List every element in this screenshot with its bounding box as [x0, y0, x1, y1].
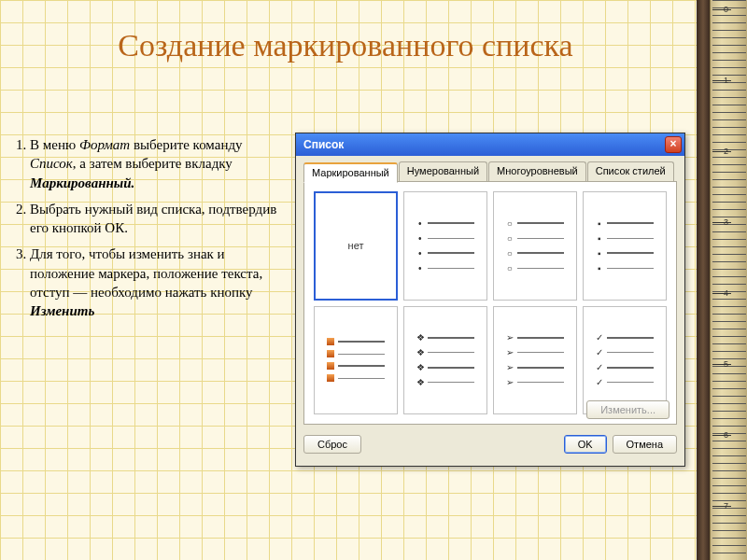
bullet-gallery: нет • • • • ○ ○ ○ ○ ▪ ▪ ▪ — [314, 191, 667, 414]
slide-title: Создание маркированного списка — [0, 28, 691, 63]
ruler-number: 1 — [724, 76, 728, 85]
bullet-option-image[interactable] — [314, 306, 398, 415]
cancel-button[interactable]: Отмена — [613, 435, 677, 454]
tab-multilevel[interactable]: Многоуровневый — [488, 161, 586, 182]
bullet-option-none[interactable]: нет — [314, 191, 398, 301]
ruler-number: 7 — [724, 501, 728, 511]
list-item: В меню Формат выберите команду Список, а… — [30, 135, 280, 192]
tab-list-styles[interactable]: Список стилей — [587, 161, 674, 182]
bullet-option-check[interactable]: ✓ ✓ ✓ ✓ — [583, 306, 667, 415]
change-button[interactable]: Изменить... — [586, 400, 669, 419]
bullet-option-square[interactable]: ▪ ▪ ▪ ▪ — [583, 191, 667, 301]
tab-panel-bulleted: нет • • • • ○ ○ ○ ○ ▪ ▪ ▪ — [303, 181, 677, 425]
image-bullet-icon — [327, 338, 334, 345]
list-dialog: Список × Маркированный Нумерованный Мног… — [295, 133, 685, 467]
ruler-number: 0 — [724, 5, 728, 14]
instruction-list: В меню Формат выберите команду Список, а… — [9, 135, 280, 328]
dialog-title: Список — [303, 138, 344, 151]
bullet-option-disc[interactable]: • • • • — [403, 191, 487, 301]
ruler-number: 4 — [724, 288, 728, 298]
ruler-number: 5 — [724, 359, 728, 369]
bullet-option-circle[interactable]: ○ ○ ○ ○ — [493, 191, 577, 301]
bullet-option-diamond[interactable]: ❖ ❖ ❖ ❖ — [403, 306, 487, 415]
dialog-tabs: Маркированный Нумерованный Многоуровневы… — [303, 161, 677, 182]
tab-numbered[interactable]: Нумерованный — [399, 161, 487, 182]
close-icon[interactable]: × — [665, 136, 682, 153]
ruler-number: 2 — [724, 147, 728, 156]
dialog-titlebar[interactable]: Список × — [296, 133, 684, 156]
tab-bulleted[interactable]: Маркированный — [303, 162, 398, 183]
reset-button[interactable]: Сброс — [303, 435, 361, 454]
ok-button[interactable]: OK — [564, 435, 607, 454]
ruler-number: 6 — [724, 430, 728, 440]
list-item: Для того, чтобы изменить знак и положени… — [30, 245, 280, 320]
binder-strip — [697, 0, 710, 560]
ruler: 01234567 — [710, 0, 747, 560]
ruler-number: 3 — [724, 217, 728, 227]
bullet-option-arrow[interactable]: ➢ ➢ ➢ ➢ — [493, 306, 577, 415]
list-item: Выбрать нужный вид списка, подтвердив ег… — [30, 200, 280, 238]
